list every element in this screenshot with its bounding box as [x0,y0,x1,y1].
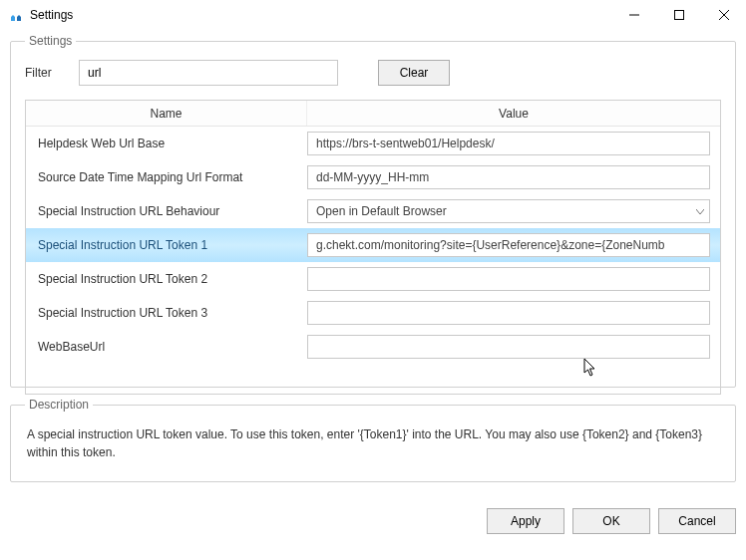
table-header: Name Value [26,101,720,127]
setting-value-cell [307,132,714,155]
setting-input[interactable] [307,233,710,257]
table-row[interactable]: Special Instruction URL Token 3 [26,296,720,330]
setting-input[interactable] [307,267,710,291]
settings-table: Name Value Helpdesk Web Url BaseSource D… [25,100,721,395]
setting-value-cell [307,301,714,325]
titlebar: Settings [0,0,746,30]
setting-input[interactable] [307,301,710,325]
maximize-button[interactable] [656,0,701,30]
setting-input[interactable] [307,165,710,189]
filter-row: Filter Clear [25,60,721,86]
cancel-button[interactable]: Cancel [658,508,736,534]
table-row[interactable]: Special Instruction URL Token 2 [26,262,720,296]
column-value-header[interactable]: Value [307,101,720,126]
filter-input[interactable] [79,60,338,86]
setting-value-cell: Open in Default Browser [307,199,714,223]
description-groupbox: Description A special instruction URL to… [10,398,736,482]
table-row[interactable]: Helpdesk Web Url Base [26,127,720,160]
table-row[interactable]: Source Date Time Mapping Url Format [26,160,720,194]
setting-value-cell [307,267,714,291]
filter-label: Filter [25,66,65,80]
window-title: Settings [30,8,611,22]
setting-name: Source Date Time Mapping Url Format [32,170,307,184]
setting-value-cell [307,233,714,257]
table-row[interactable]: Special Instruction URL BehaviourOpen in… [26,194,720,228]
table-row[interactable]: WebBaseUrl [26,330,720,364]
setting-input[interactable] [307,132,710,155]
setting-name: Helpdesk Web Url Base [32,137,307,150]
dialog-footer: Apply OK Cancel [0,502,746,544]
setting-name: Special Instruction URL Token 2 [32,272,307,286]
setting-value-cell [307,165,714,189]
setting-value-cell [307,335,714,359]
description-text: A special instruction URL token value. T… [25,423,721,467]
clear-button[interactable]: Clear [378,60,450,86]
setting-name: Special Instruction URL Behaviour [32,204,307,218]
description-legend: Description [25,398,93,412]
window-controls [611,0,746,30]
settings-groupbox: Settings Filter Clear Name Value Helpdes… [10,34,736,388]
apply-button[interactable]: Apply [487,508,564,534]
table-body: Helpdesk Web Url BaseSource Date Time Ma… [26,127,720,394]
chevron-down-icon [696,204,704,218]
setting-name: Special Instruction URL Token 3 [32,306,307,320]
setting-name: WebBaseUrl [32,340,307,354]
app-icon [8,7,24,23]
ok-button[interactable]: OK [572,508,650,534]
setting-input[interactable] [307,335,710,359]
table-row[interactable]: Special Instruction URL Token 1 [26,228,720,262]
settings-legend: Settings [25,34,76,48]
close-button[interactable] [701,0,746,30]
svg-rect-0 [674,11,683,20]
setting-name: Special Instruction URL Token 1 [32,238,307,252]
column-name-header[interactable]: Name [26,101,307,126]
setting-select[interactable]: Open in Default Browser [307,199,710,223]
minimize-button[interactable] [611,0,656,30]
